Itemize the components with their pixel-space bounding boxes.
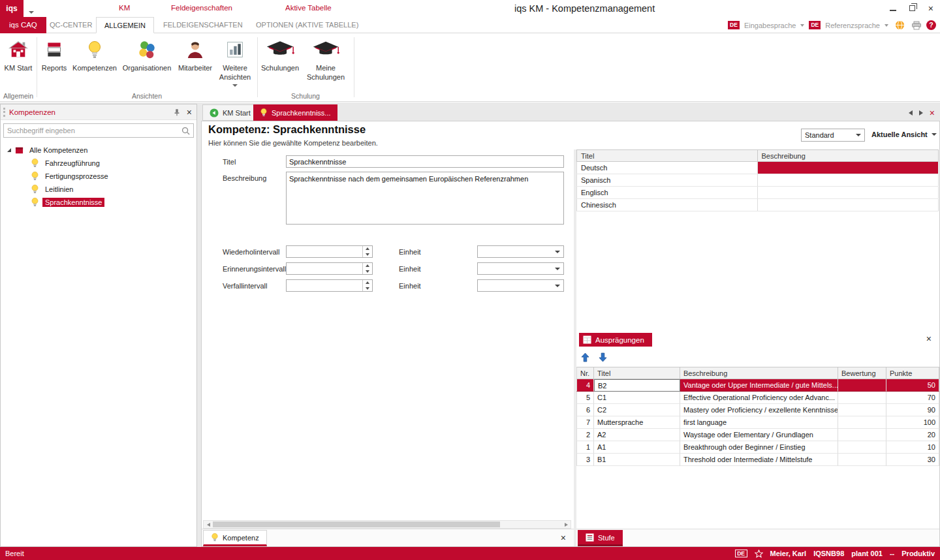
prev-tab-icon[interactable] (909, 110, 913, 116)
graduation-cap-icon (312, 35, 339, 64)
erinnerungsintervall-stepper[interactable] (286, 262, 373, 275)
web-icon[interactable] (895, 20, 905, 30)
help-icon[interactable] (926, 20, 936, 30)
reference-language-caret-icon[interactable] (885, 24, 888, 27)
search-icon[interactable] (181, 127, 190, 135)
scroll-left-icon[interactable] (204, 521, 213, 528)
table-row[interactable]: Spanisch (576, 174, 939, 187)
column-header-bewertung[interactable]: Bewertung (838, 367, 886, 379)
window-controls (890, 0, 933, 17)
step-up-icon[interactable] (363, 280, 372, 286)
tab-stufe[interactable]: Stufe (578, 530, 623, 546)
move-up-icon[interactable] (578, 350, 591, 364)
horizontal-scrollbar[interactable] (203, 520, 571, 529)
reference-language-label[interactable]: Referenzsprache (825, 22, 880, 29)
wiederholintervall-stepper[interactable] (286, 245, 373, 258)
quicktab-aktive-tabelle[interactable]: Aktive Tabelle (285, 4, 332, 12)
table-row[interactable]: 5 C1 Effective Operational Proficiency o… (576, 392, 939, 404)
ribbon-button-kompetenzen[interactable]: Kompetenzen (72, 35, 118, 73)
ribbon-button-mitarbeiter[interactable]: Mitarbeiter (176, 35, 214, 73)
tree-expander-icon[interactable] (7, 148, 12, 153)
move-down-icon[interactable] (596, 350, 609, 364)
ribbon-button-km-start[interactable]: KM Start (4, 35, 33, 73)
star-icon[interactable] (755, 550, 763, 558)
ribbon-button-weitere-ansichten[interactable]: Weitere Ansichten (217, 35, 253, 87)
quicktab-feldeigenschaften[interactable]: Feldeigenschaften (171, 4, 232, 12)
lightbulb-icon (31, 184, 39, 194)
aktuelle-ansicht-menu[interactable]: Aktuelle Ansicht (871, 131, 937, 138)
table-row[interactable]: 1 A1 Breakthrough oder Beginner / Einsti… (576, 441, 939, 454)
tree-item-sprachkenntnisse[interactable]: Sprachkenntnisse (1, 196, 196, 209)
restore-button[interactable] (909, 5, 915, 12)
scroll-right-icon[interactable] (561, 521, 571, 528)
column-header-nr[interactable]: Nr. (576, 367, 594, 379)
close-document-icon[interactable] (930, 108, 935, 117)
tree-item-fertigungsprozesse[interactable]: Fertigungsprozesse (1, 170, 196, 183)
ribbon-button-reports[interactable]: Reports (39, 35, 69, 73)
quicktab-km[interactable]: KM (119, 4, 130, 12)
close-section-icon[interactable] (926, 334, 932, 343)
step-up-icon[interactable] (363, 246, 372, 252)
close-button[interactable] (928, 4, 933, 13)
column-header-punkte[interactable]: Punkte (886, 367, 939, 379)
input-language-badge[interactable]: DE (728, 21, 740, 29)
view-select[interactable]: Standard (801, 129, 865, 142)
tab-allgemein[interactable]: ALLGEMEIN (96, 17, 154, 33)
auspraegungen-toolbar (578, 350, 609, 364)
einheit-select[interactable] (477, 279, 564, 292)
einheit-select[interactable] (477, 262, 564, 275)
column-header-titel[interactable]: Titel (594, 367, 680, 379)
step-down-icon[interactable] (363, 286, 372, 292)
minimize-button[interactable] (890, 5, 896, 12)
titel-input[interactable] (286, 155, 564, 168)
table-row[interactable]: 3 B1 Threshold oder Intermediate / Mitte… (576, 454, 939, 466)
step-up-icon[interactable] (363, 263, 372, 269)
beschreibung-textarea[interactable]: Sprachkenntnisse nach dem gemeinsamen Eu… (286, 172, 564, 225)
table-row[interactable]: 7 Muttersprache first language 100 (576, 416, 939, 429)
table-row-selected[interactable]: 4 B2 Vantage oder Upper Intermediate / g… (576, 379, 939, 392)
close-tab-icon[interactable] (561, 533, 566, 542)
column-header-titel[interactable]: Titel (576, 150, 758, 161)
file-tab[interactable]: iqs CAQ (0, 17, 46, 33)
doc-tab-sprachkenntnisse[interactable]: Sprachkenntniss... (253, 104, 337, 121)
doc-tab-km-start[interactable]: KM Start (202, 104, 258, 121)
tab-feldeigenschaften[interactable]: FELDEIGENSCHAFTEN (155, 17, 251, 33)
printer-icon[interactable] (911, 21, 922, 30)
back-circle-icon (210, 108, 219, 117)
tab-optionen[interactable]: OPTIONEN (AKTIVE TABELLE) (248, 17, 366, 33)
table-row[interactable]: 6 C2 Mastery oder Proficiency / exzellen… (576, 404, 939, 416)
quick-access-caret-icon[interactable] (29, 7, 34, 15)
table-row[interactable]: Englisch (576, 187, 939, 199)
list-icon (586, 533, 594, 542)
verfallintervall-stepper[interactable] (286, 279, 373, 292)
drag-grip[interactable] (3, 108, 5, 117)
table-row[interactable]: Deutsch (576, 162, 939, 174)
search-input[interactable] (7, 127, 181, 134)
tree-node-alle-kompetenzen[interactable]: Alle Kompetenzen (1, 144, 196, 157)
reference-language-badge[interactable]: DE (809, 21, 821, 29)
scrollbar-thumb[interactable] (213, 521, 500, 527)
column-header-beschreibung[interactable]: Beschreibung (680, 367, 838, 379)
input-language-caret-icon[interactable] (800, 24, 804, 27)
table-row[interactable]: Chinesisch (576, 199, 939, 211)
tree-item-fahrzeugfuehrung[interactable]: Fahrzeugführung (1, 157, 196, 170)
close-panel-icon[interactable] (187, 108, 192, 117)
tree-item-leitlinien[interactable]: Leitlinien (1, 183, 196, 196)
ribbon-button-organisationen[interactable]: Organisationen (120, 35, 174, 73)
next-tab-icon[interactable] (919, 110, 923, 116)
ribbon-button-meine-schulungen[interactable]: Meine Schulungen (303, 35, 349, 82)
pin-icon[interactable] (173, 108, 181, 116)
status-language-badge[interactable]: DE (735, 550, 747, 558)
app-logo-button[interactable]: iqs (0, 0, 24, 17)
tab-qc-center[interactable]: QC-CENTER (42, 17, 100, 33)
tab-kompetenz[interactable]: Kompetenz (203, 530, 267, 546)
step-down-icon[interactable] (363, 252, 372, 258)
column-header-beschreibung[interactable]: Beschreibung (758, 150, 939, 161)
auspraegungen-header[interactable]: Ausprägungen (579, 333, 652, 347)
table-row[interactable]: 2 A2 Waystage oder Elementary / Grundlag… (576, 429, 939, 441)
einheit-select[interactable] (477, 245, 564, 258)
panel-title: Kompetenzen (9, 108, 55, 116)
input-language-label[interactable]: Eingabesprache (744, 22, 796, 29)
step-down-icon[interactable] (363, 269, 372, 275)
ribbon-button-schulungen[interactable]: Schulungen (260, 35, 300, 73)
